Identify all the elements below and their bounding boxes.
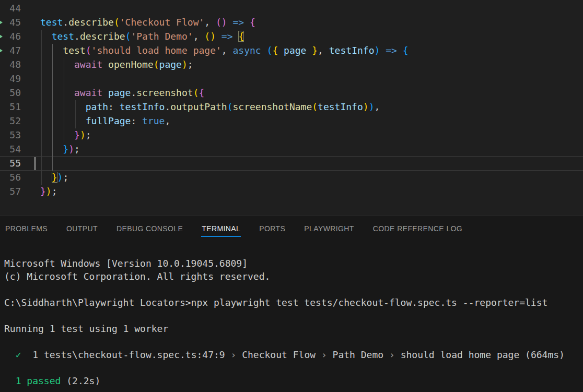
panel-tab-debug-console[interactable]: DEBUG CONSOLE — [116, 220, 183, 237]
code-line[interactable]: 45test.describe('Checkout Flow', () => { — [0, 15, 583, 29]
line-number[interactable]: 54 — [0, 142, 21, 156]
terminal-line: 1 passed (2.2s) — [4, 374, 583, 387]
terminal-line — [4, 335, 583, 348]
code-line[interactable]: 46 test.describe('Path Demo', () => { — [0, 29, 583, 43]
code-line[interactable]: 51 path: testInfo.outputPath(screenshotN… — [0, 100, 583, 114]
bottom-panel: PROBLEMSOUTPUTDEBUG CONSOLETERMINALPORTS… — [0, 216, 583, 392]
code-line[interactable]: 48 await openHome(page); — [0, 57, 583, 72]
code-line[interactable]: 50 await page.screenshot({ — [0, 86, 583, 100]
code-line[interactable]: 56 }); — [0, 170, 583, 184]
code-line[interactable]: 47 test('should load home page', async (… — [0, 43, 583, 57]
terminal-line: Running 1 test using 1 worker — [4, 322, 583, 335]
line-number[interactable]: 51 — [0, 100, 21, 114]
code-text: }); — [40, 144, 80, 155]
panel-tab-output[interactable]: OUTPUT — [66, 220, 98, 237]
code-line[interactable]: 49 — [0, 72, 583, 86]
line-number[interactable]: 53 — [0, 128, 21, 142]
code-line[interactable]: 57}); — [0, 184, 583, 198]
panel-tab-terminal[interactable]: TERMINAL — [201, 220, 241, 237]
code-line[interactable]: 54 }); — [0, 142, 583, 156]
line-number[interactable]: 55 — [0, 156, 21, 170]
code-text: await openHome(page); — [40, 59, 193, 70]
code-editor[interactable]: 4445test.describe('Checkout Flow', () =>… — [0, 0, 583, 216]
line-number[interactable]: 44 — [0, 1, 21, 15]
code-text: }); — [40, 186, 57, 197]
code-line[interactable]: 52 fullPage: true, — [0, 114, 583, 128]
panel-tab-code-reference-log[interactable]: CODE REFERENCE LOG — [372, 220, 463, 237]
terminal-line — [4, 283, 583, 296]
code-text: test('should load home page', async ({ p… — [40, 45, 409, 56]
line-number[interactable]: 52 — [0, 114, 21, 128]
line-number[interactable]: 46 — [0, 29, 21, 43]
line-number[interactable]: 49 — [0, 72, 21, 86]
code-text: fullPage: true, — [40, 115, 170, 126]
code-line[interactable]: 44 — [0, 1, 583, 15]
panel-tab-ports[interactable]: PORTS — [259, 220, 286, 237]
panel-tab-playwright[interactable]: PLAYWRIGHT — [304, 220, 355, 237]
panel-tab-problems[interactable]: PROBLEMS — [5, 220, 48, 237]
matched-bracket: { — [238, 31, 244, 42]
code-text: }); — [40, 129, 91, 140]
text-cursor — [34, 157, 36, 170]
code-text: }); — [40, 172, 68, 183]
panel-tab-bar: PROBLEMSOUTPUTDEBUG CONSOLETERMINALPORTS… — [0, 216, 583, 241]
code-lines: 4445test.describe('Checkout Flow', () =>… — [0, 1, 583, 198]
code-text: test.describe('Path Demo', () => { — [40, 31, 244, 42]
line-number[interactable]: 56 — [0, 170, 21, 184]
code-line[interactable]: 53 }); — [0, 128, 583, 142]
line-number[interactable]: 47 — [0, 43, 21, 57]
terminal-line: (c) Microsoft Corporation. All rights re… — [4, 270, 583, 283]
code-text: test.describe('Checkout Flow', () => { — [40, 17, 255, 28]
line-number[interactable]: 50 — [0, 86, 21, 100]
code-line[interactable]: 55 — [0, 156, 583, 170]
line-number[interactable]: 57 — [0, 184, 21, 198]
terminal-output[interactable]: Microsoft Windows [Version 10.0.19045.68… — [0, 241, 583, 392]
code-text: path: testInfo.outputPath(screenshotName… — [40, 101, 380, 112]
line-number[interactable]: 45 — [0, 15, 21, 29]
terminal-line: Microsoft Windows [Version 10.0.19045.68… — [4, 257, 583, 270]
terminal-line — [4, 309, 583, 322]
code-text: await page.screenshot({ — [40, 87, 204, 98]
matched-bracket: } — [52, 172, 57, 183]
line-number[interactable]: 48 — [0, 57, 21, 72]
terminal-line: C:\Siddharth\Playwright Locators>npx pla… — [4, 296, 583, 309]
terminal-line: ✓ 1 tests\checkout-flow.spec.ts:47:9 › C… — [4, 348, 583, 361]
terminal-line — [4, 361, 583, 374]
